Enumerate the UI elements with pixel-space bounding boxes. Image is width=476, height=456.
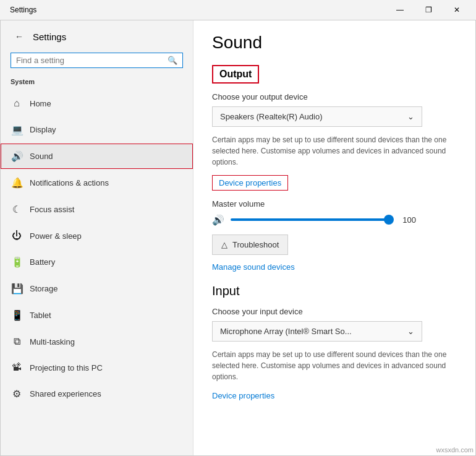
volume-speaker-icon: 🔊 [212,214,224,226]
battery-icon: 🔋 [11,256,22,268]
input-section-title: Input [212,284,457,298]
volume-value: 100 [397,215,416,225]
sidebar-item-label-multitasking: Multi-tasking [30,337,75,346]
sidebar-item-projecting[interactable]: 📽 Projecting to this PC [1,355,193,380]
watermark: wxsxdn.com [436,446,474,454]
sidebar-app-title: Settings [33,32,66,42]
back-button[interactable]: ← [11,28,28,45]
output-info-text: Certain apps may be set up to use differ… [212,134,457,168]
output-device-value: Speakers (Realtek(R) Audio) [220,112,322,121]
titlebar-controls: — ❐ ✕ [386,0,471,20]
main-content: Sound Output Choose your output device S… [193,20,475,455]
page-title: Sound [212,33,457,53]
sidebar-item-label-projecting: Projecting to this PC [30,363,103,372]
sidebar-item-shared[interactable]: ⚙ Shared experiences [1,381,193,407]
sidebar-item-multitasking[interactable]: ⧉ Multi-tasking [1,329,193,354]
multitasking-icon: ⧉ [11,336,22,347]
tablet-icon: 📱 [11,309,22,321]
troubleshoot-label: Troubleshoot [232,240,279,249]
focus-icon: ☾ [11,204,22,215]
input-info-text: Certain apps may be set up to use differ… [212,349,457,382]
sound-icon: 🔊 [11,150,22,162]
output-section-header: Output [212,65,259,84]
master-volume-label: Master volume [212,199,457,209]
sidebar-item-label-power: Power & sleep [30,231,82,241]
back-icon: ← [15,32,23,41]
input-device-dropdown[interactable]: Microphone Array (Intel® Smart So... ⌄ [212,321,422,342]
sidebar-item-tablet[interactable]: 📱 Tablet [1,303,193,328]
sidebar: ← Settings 🔍 System ⌂ Home 💻 Display 🔊 S… [1,20,193,455]
sidebar-item-label-tablet: Tablet [30,311,51,320]
input-dropdown-chevron-icon: ⌄ [407,327,414,336]
input-section: Input Choose your input device Microphon… [212,284,457,409]
sidebar-item-label-display: Display [30,125,56,134]
volume-row: 🔊 100 [212,213,457,226]
dropdown-chevron-icon: ⌄ [407,112,414,121]
sidebar-item-sound[interactable]: 🔊 Sound [1,144,193,169]
display-icon: 💻 [11,124,22,136]
output-section: Output Choose your output device Speaker… [212,65,457,272]
sidebar-item-display[interactable]: 💻 Display [1,117,193,142]
sidebar-item-label-shared: Shared experiences [30,389,101,398]
notifications-icon: 🔔 [11,177,22,189]
sidebar-item-label-storage: Storage [30,284,58,293]
search-input[interactable] [16,56,164,65]
storage-icon: 💾 [11,283,22,295]
input-device-value: Microphone Array (Intel® Smart So... [220,327,352,336]
sidebar-item-notifications[interactable]: 🔔 Notifications & actions [1,170,193,196]
home-icon: ⌂ [11,98,22,109]
sidebar-item-label-notifications: Notifications & actions [30,178,109,187]
sidebar-item-label-focus: Focus assist [30,205,74,214]
output-device-properties-link[interactable]: Device properties [212,175,288,191]
volume-slider-track [231,218,391,221]
sidebar-item-home[interactable]: ⌂ Home [1,91,193,116]
input-device-properties-link[interactable]: Device properties [212,391,274,400]
output-device-label: Choose your output device [212,92,457,101]
sidebar-item-label-sound: Sound [30,152,53,161]
search-box[interactable]: 🔍 [11,53,183,68]
troubleshoot-warning-icon: △ [221,240,227,249]
sidebar-item-label-home: Home [30,99,51,108]
troubleshoot-button[interactable]: △ Troubleshoot [212,234,288,255]
sidebar-header: ← Settings [1,20,193,53]
minimize-button[interactable]: — [386,0,414,20]
titlebar: Settings — ❐ ✕ [0,0,476,20]
volume-slider[interactable] [231,213,391,226]
sidebar-item-label-battery: Battery [30,257,55,267]
shared-icon: ⚙ [11,388,22,400]
settings-window: ← Settings 🔍 System ⌂ Home 💻 Display 🔊 S… [0,20,476,456]
input-device-label: Choose your input device [212,307,457,316]
sidebar-item-battery[interactable]: 🔋 Battery [1,249,193,275]
close-button[interactable]: ✕ [443,0,471,20]
power-icon: ⏻ [11,230,22,241]
sidebar-item-focus[interactable]: ☾ Focus assist [1,197,193,222]
volume-slider-thumb[interactable] [384,215,394,225]
projecting-icon: 📽 [11,362,22,373]
sidebar-item-storage[interactable]: 💾 Storage [1,276,193,301]
sidebar-item-power[interactable]: ⏻ Power & sleep [1,223,193,248]
sidebar-section-label: System [1,75,193,90]
output-device-dropdown[interactable]: Speakers (Realtek(R) Audio) ⌄ [212,106,422,127]
search-icon: 🔍 [168,56,177,65]
manage-sound-devices-link[interactable]: Manage sound devices [212,262,457,272]
maximize-button[interactable]: ❐ [414,0,443,20]
titlebar-title: Settings [10,6,386,14]
